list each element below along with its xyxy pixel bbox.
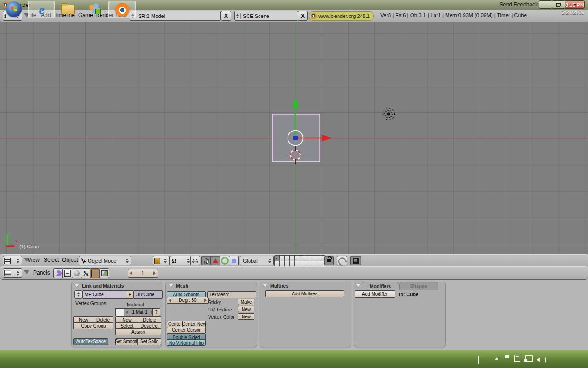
keyboard-layout-icon[interactable] [478,356,479,364]
panel-collapse-icon[interactable] [263,284,267,287]
panel-collapse-icon[interactable] [169,284,173,287]
layer-cell[interactable] [315,261,320,266]
script-context-button[interactable] [62,268,73,278]
layer-cell[interactable] [285,256,289,261]
layer-cell[interactable] [290,256,294,261]
mat-prev-icon[interactable] [126,310,128,314]
layer-cell[interactable] [275,261,279,266]
logic-context-button[interactable] [53,268,63,278]
layer-cell[interactable] [280,261,284,266]
manipulator-scale-toggle[interactable] [229,256,239,265]
layer-cell[interactable] [295,256,300,261]
screen-close-button[interactable]: X [221,11,231,21]
degr-value: Degr: 30 [179,298,196,303]
uv-texture-new-button[interactable]: New [238,306,254,312]
degr-next-icon[interactable] [204,299,207,302]
draw-type-dropdown[interactable] [153,256,170,265]
render-preview-button[interactable] [350,256,361,265]
editor-type-button-3dview[interactable] [3,256,22,265]
version-badge[interactable]: www.blender.org 248.1 [309,12,374,21]
taskbar-messenger[interactable] [82,1,107,17]
center-cursor-button[interactable]: Center Cursor [167,327,206,334]
frame-next-icon[interactable] [153,271,156,275]
active-object-label: (1) Cube [19,244,39,249]
taskbar-explorer[interactable] [55,1,80,17]
manipulator-translate-toggle[interactable] [210,256,220,265]
tab-modifiers[interactable]: Modifiers [362,282,399,290]
layer-cell[interactable] [310,256,315,261]
layer-cell[interactable] [305,261,310,266]
network-icon[interactable] [525,355,533,362]
collapse-header-icon[interactable] [24,270,29,274]
volume-icon[interactable] [537,356,540,364]
screen-selector[interactable]: SR:2-Model [130,11,221,21]
add-multires-button[interactable]: Add Multires [265,290,344,297]
editor-type-button-buttons[interactable] [3,268,22,278]
orientation-value: Global [243,258,267,264]
material-assign-button[interactable]: Assign [115,328,161,335]
shading-context-button[interactable] [72,268,82,278]
layer-cell[interactable] [315,256,320,261]
snap-toggle[interactable] [337,256,347,265]
windows-update-icon[interactable] [514,355,520,362]
sticky-make-button[interactable]: Make [238,299,254,305]
degr-stepper[interactable]: Degr: 30 [167,297,209,304]
frame-prev-icon[interactable] [130,271,132,275]
frame-stepper[interactable]: 1 [128,269,158,278]
layer-cell[interactable] [300,256,305,261]
manipulator-rotate-toggle[interactable] [220,256,230,265]
degr-prev-icon[interactable] [169,299,171,302]
manipulator-hand-toggle[interactable] [201,256,211,265]
mode-dropdown[interactable]: Object Mode [79,256,131,265]
menu-select[interactable]: Select [42,257,61,263]
layer-cell[interactable] [280,256,284,261]
scene-close-button[interactable]: X [298,11,308,21]
layer-cell[interactable] [300,261,305,266]
menu-view[interactable]: View [26,257,41,263]
tab-shapes[interactable]: Shapes [399,282,438,290]
fake-user-button[interactable]: F [126,290,134,299]
panel-collapse-icon[interactable] [356,284,361,287]
set-solid-button[interactable]: Set Solid [137,338,161,345]
taskbar-blender[interactable] [108,1,136,18]
taskbar-clock[interactable]: 8:16 PM 2/27/2009 [562,1,584,16]
panels-menu[interactable]: Panels [31,270,52,276]
no-vnormal-flip-toggle[interactable]: No V.Normal Flip [167,339,206,346]
panel-collapse-icon[interactable] [74,284,79,287]
mesh-name-field[interactable]: ME:Cube [82,290,128,299]
menu-object[interactable]: Object [60,257,80,263]
orientation-dropdown[interactable]: Global [240,256,274,265]
vertex-color-new-button[interactable]: New [238,313,254,320]
object-context-button[interactable] [81,268,91,278]
material-index-stepper[interactable]: 1 Mat 1 [124,308,155,316]
editing-context-button[interactable] [90,268,100,278]
layer-cell[interactable] [310,261,315,266]
autotexspace-toggle[interactable]: AutoTexSpace [74,338,108,345]
add-modifier-button[interactable]: Add Modifier [355,290,395,298]
center-points-toggle[interactable] [190,256,200,265]
layer-buttons-group-1[interactable] [274,255,300,267]
show-hidden-icons-button[interactable] [495,357,498,360]
send-feedback-link[interactable]: Send Feedback [499,1,538,8]
mesh-browse-button[interactable] [74,290,82,299]
viewport-canvas[interactable] [0,22,588,254]
taskbar-internet-explorer[interactable]: e [28,1,55,18]
object-name-field[interactable]: OB:Cube [133,290,163,299]
layer-cell[interactable] [305,256,310,261]
layer-cell-active[interactable] [275,256,279,261]
set-smooth-button[interactable]: Set Smooth [115,338,138,345]
copy-group-button[interactable]: Copy Group [74,322,113,329]
layer-cell[interactable] [290,261,294,266]
start-button[interactable] [4,1,25,17]
layer-buttons-group-2[interactable] [300,255,325,267]
pivot-dropdown[interactable]: Ω [170,256,193,265]
material-color-swatch[interactable] [115,308,125,316]
scene-selector[interactable]: SCE:Scene [234,11,298,21]
minimize-button[interactable] [539,0,552,9]
material-help-button[interactable]: ? [152,308,160,316]
texmesh-field[interactable]: TexMesh: [207,291,256,298]
scene-context-button[interactable] [99,268,109,278]
layer-cell[interactable] [295,261,300,266]
layer-cell[interactable] [285,261,289,266]
lock-layers-toggle[interactable] [324,256,334,265]
